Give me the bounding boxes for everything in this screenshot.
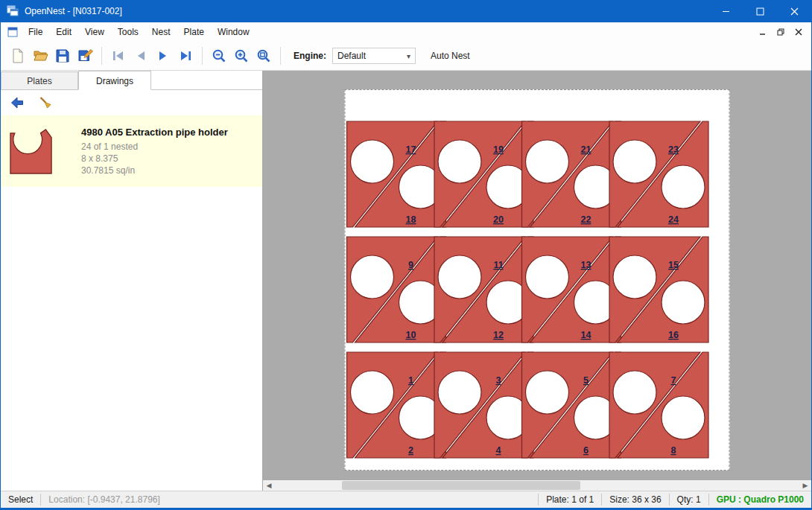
- auto-nest-label[interactable]: Auto Nest: [431, 51, 470, 61]
- open-button[interactable]: [29, 45, 51, 67]
- zoom-in-button[interactable]: [230, 45, 253, 67]
- part-pipe-hole: [613, 140, 656, 183]
- nest-part-label: 18: [406, 214, 416, 225]
- left-panel: Plates Drawings: [1, 71, 263, 491]
- last-plate-button[interactable]: [174, 45, 197, 67]
- app-window: OpenNest - [N0317-002] File Edit View To…: [0, 0, 812, 510]
- scroll-right-button[interactable]: ▶: [799, 480, 811, 491]
- maximize-button[interactable]: [743, 0, 777, 22]
- nest-part-label: 13: [581, 260, 591, 270]
- scroll-thumb[interactable]: [342, 481, 580, 490]
- plate[interactable]: 171819202122232491011121314151612345678: [345, 89, 730, 471]
- mdi-restore-button[interactable]: [773, 25, 789, 39]
- mdi-close-button[interactable]: [790, 25, 807, 39]
- minimize-button[interactable]: [708, 0, 743, 22]
- menu-item-window[interactable]: Window: [211, 22, 256, 42]
- part-pipe-hole: [351, 140, 394, 183]
- first-plate-button[interactable]: [107, 45, 130, 67]
- window-title: OpenNest - [N0317-002]: [25, 6, 122, 16]
- minimize-icon: [722, 7, 730, 16]
- save-button[interactable]: [51, 45, 74, 67]
- close-icon: [790, 7, 799, 16]
- nest-part-label: 22: [581, 214, 591, 225]
- chevron-down-icon: ▾: [407, 52, 410, 60]
- zoom-out-button[interactable]: [208, 45, 230, 67]
- menu-item-nest[interactable]: Nest: [145, 22, 177, 42]
- status-size: Size: 36 x 36: [602, 494, 668, 505]
- nest-part-label: 14: [581, 330, 591, 340]
- status-gpu: GPU : Quadro P1000: [709, 494, 811, 505]
- clear-drawings-button[interactable]: [35, 93, 56, 112]
- nest-part-label: 10: [406, 330, 416, 340]
- zoom-out-icon: [212, 48, 226, 63]
- part-pipe-hole: [613, 255, 656, 299]
- scroll-track[interactable]: [275, 480, 799, 491]
- toolbar-separator: [101, 47, 102, 65]
- zoom-fit-button[interactable]: [253, 45, 275, 67]
- drawing-dimensions: 8 x 8.375: [81, 153, 256, 165]
- close-button[interactable]: [777, 0, 811, 22]
- nest-part-label: 6: [583, 445, 589, 456]
- first-plate-icon: [111, 48, 126, 63]
- statusbar: Select Location: [-0.9437, 21.8796] Plat…: [1, 491, 811, 510]
- engine-select[interactable]: Default ▾: [332, 48, 416, 64]
- nest-part-label: 20: [493, 214, 504, 225]
- tabstrip: Plates Drawings: [1, 71, 262, 90]
- menu-item-edit[interactable]: Edit: [49, 22, 78, 42]
- next-plate-button[interactable]: [152, 45, 174, 67]
- save-edit-button[interactable]: [74, 45, 96, 67]
- drawing-thumbnail: [7, 127, 81, 175]
- scroll-left-button[interactable]: ◀: [263, 480, 275, 491]
- nest-part-label: 24: [668, 214, 679, 225]
- menu-item-plate[interactable]: Plate: [177, 22, 211, 42]
- save-icon: [55, 48, 70, 63]
- nest-part-label: 17: [406, 144, 416, 155]
- drawing-title: 4980 A05 Extraction pipe holder: [81, 127, 256, 138]
- status-plate: Plate: 1 of 1: [539, 494, 601, 505]
- nest-part-label: 1: [408, 375, 413, 386]
- part-pipe-hole: [526, 371, 569, 414]
- status-qty: Qty: 1: [670, 494, 708, 505]
- zoom-in-icon: [234, 48, 249, 63]
- mdi-close-icon: [795, 28, 802, 36]
- nest-part-label: 21: [581, 144, 591, 155]
- prev-plate-button[interactable]: [130, 45, 152, 67]
- menu-item-file[interactable]: File: [22, 22, 49, 42]
- nest-part-label: 16: [668, 330, 679, 340]
- new-file-icon: [10, 48, 25, 63]
- import-drawing-button[interactable]: [7, 93, 28, 112]
- status-location: Location: [-0.9437, 21.8796]: [41, 494, 167, 505]
- open-folder-icon: [33, 48, 48, 63]
- part-pipe-hole: [438, 371, 481, 414]
- part-pipe-hole: [351, 255, 394, 299]
- part-pipe-hole: [662, 396, 705, 439]
- nest-part-label: 19: [493, 144, 504, 155]
- nest-part-label: 3: [496, 375, 501, 386]
- status-mode: Select: [1, 494, 40, 505]
- nest-part-label: 4: [496, 445, 501, 456]
- broom-icon: [38, 95, 53, 110]
- tab-plates[interactable]: Plates: [1, 71, 78, 89]
- part-pipe-hole: [438, 140, 481, 183]
- engine-selected-value: Default: [337, 51, 404, 61]
- nest-part-label: 2: [408, 445, 413, 456]
- zoom-fit-icon: [256, 48, 271, 63]
- drawing-nested-count: 24 of 1 nested: [81, 141, 256, 153]
- plate-svg: 171819202122232491011121314151612345678: [346, 90, 729, 470]
- part-pipe-hole: [662, 281, 705, 324]
- nest-canvas[interactable]: 171819202122232491011121314151612345678 …: [263, 71, 811, 491]
- part-pipe-hole: [438, 255, 481, 299]
- nest-part-label: 5: [583, 375, 589, 386]
- tab-drawings[interactable]: Drawings: [78, 71, 151, 90]
- new-button[interactable]: [7, 45, 29, 67]
- drawing-area: 30.7815 sq/in: [81, 165, 256, 176]
- last-plate-icon: [178, 48, 193, 63]
- menu-item-tools[interactable]: Tools: [111, 22, 145, 42]
- mdi-minimize-button[interactable]: [755, 25, 771, 39]
- horizontal-scrollbar[interactable]: ◀ ▶: [263, 480, 811, 491]
- titlebar: OpenNest - [N0317-002]: [1, 0, 811, 22]
- menu-item-view[interactable]: View: [78, 22, 111, 42]
- drawing-list-item[interactable]: 4980 A05 Extraction pipe holder 24 of 1 …: [1, 115, 262, 187]
- toolbar-separator: [202, 47, 203, 65]
- main-toolbar: Engine: Default ▾ Auto Nest: [1, 42, 811, 71]
